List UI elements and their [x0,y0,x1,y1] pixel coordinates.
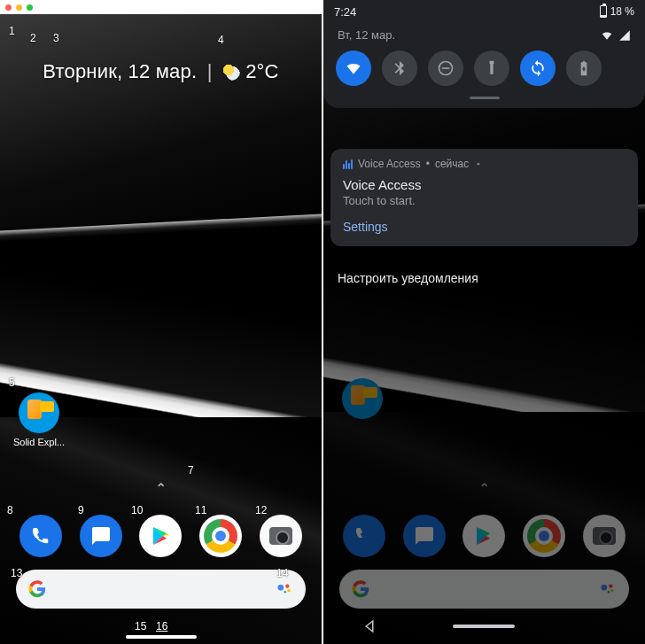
voice-access-notification[interactable]: Voice Access • сейчас Voice Access Touch… [330,149,638,246]
va-number-3[interactable]: 3 [53,32,59,44]
qs-battery-saver[interactable] [566,50,602,86]
notif-sep: • [426,158,430,170]
notif-time: сейчас [435,158,469,170]
va-number-7[interactable]: 7 [188,464,194,477]
va-number-5[interactable]: 5 [9,376,15,389]
notif-body: Touch to start. [343,194,626,207]
battery-indicator: 18 % [600,5,634,18]
app-chrome[interactable] [199,515,242,557]
svg-rect-9 [442,67,449,69]
qs-tiles [323,42,645,91]
notif-title: Voice Access [343,177,626,192]
mac-max-dot[interactable] [27,4,33,11]
signal-status-icon [618,29,631,42]
mac-min-dot[interactable] [16,4,22,11]
va-number-11[interactable]: 11 [195,504,206,516]
date-weather-widget[interactable]: Вторник, 12 мар. | 2°C [0,60,322,83]
wifi-status-icon [601,29,613,42]
qs-flashlight[interactable] [474,50,509,86]
va-number-15[interactable]: 15 [135,620,146,632]
navigation-bar [323,609,645,644]
va-number-16[interactable]: 16 [156,620,167,632]
va-number-14[interactable]: 14 [276,567,288,579]
va-number-10[interactable]: 10 [131,504,143,516]
svg-point-1 [285,585,289,588]
qs-rotation[interactable] [520,50,556,86]
solid-explorer-label: Solid Expl... [12,437,66,447]
app-solid-explorer[interactable]: Solid Expl... [12,392,66,447]
notif-header: Voice Access • сейчас [343,158,626,170]
app-play-store[interactable] [139,515,182,557]
app-phone[interactable] [19,515,62,557]
va-number-4[interactable]: 4 [218,34,224,46]
qs-dnd[interactable] [428,50,463,86]
battery-icon [600,5,607,18]
google-g-icon [28,580,46,598]
search-bar[interactable] [16,570,306,609]
date-text: Вторник, 12 мар. [43,60,197,82]
qs-bluetooth[interactable] [382,50,417,86]
svg-point-3 [284,591,287,594]
mac-window-bar [0,0,322,14]
status-time: 7:24 [334,5,356,19]
mac-close-dot[interactable] [5,4,12,11]
assistant-icon [276,580,293,598]
app-camera[interactable] [260,515,302,557]
chevron-up-icon[interactable] [474,159,483,168]
nav-back-icon[interactable] [361,618,377,634]
left-phone-home: 1 2 3 4 5 7 8 9 10 11 12 13 14 15 16 Вто… [0,0,322,644]
right-phone-shade: ⌃ 7:24 18 % [323,0,645,644]
qs-wifi[interactable] [336,50,371,86]
shade-drag-handle[interactable] [470,97,500,99]
va-number-1[interactable]: 1 [9,25,15,37]
weather-icon [222,63,240,81]
va-number-12[interactable]: 12 [255,504,267,516]
status-bar: 7:24 18 % [323,0,645,23]
va-number-13[interactable]: 13 [11,567,22,579]
va-number-9[interactable]: 9 [78,504,84,516]
manage-notifications-label: Настроить уведомления [338,271,478,285]
notif-app: Voice Access [358,158,421,170]
battery-text: 18 % [610,5,634,18]
dock [0,515,322,557]
app-drawer-caret-icon[interactable]: ⌃ [155,480,167,497]
solid-explorer-icon [19,392,59,433]
svg-point-0 [278,585,284,591]
shade-date: Вт, 12 мар. [338,28,395,42]
notif-settings-action[interactable]: Settings [343,220,626,234]
va-number-8[interactable]: 8 [7,504,13,516]
shade-date-row: Вт, 12 мар. [323,25,645,42]
svg-point-2 [287,589,290,592]
temp-text: 2°C [245,60,279,82]
app-messages[interactable] [80,515,122,557]
voice-access-icon [343,159,353,169]
va-number-2[interactable]: 2 [30,32,36,44]
nav-home-pill[interactable] [453,625,515,628]
widget-separator: | [207,60,213,82]
manage-notifications[interactable]: Настроить уведомления [323,266,645,291]
nav-home-pill[interactable] [126,635,197,639]
